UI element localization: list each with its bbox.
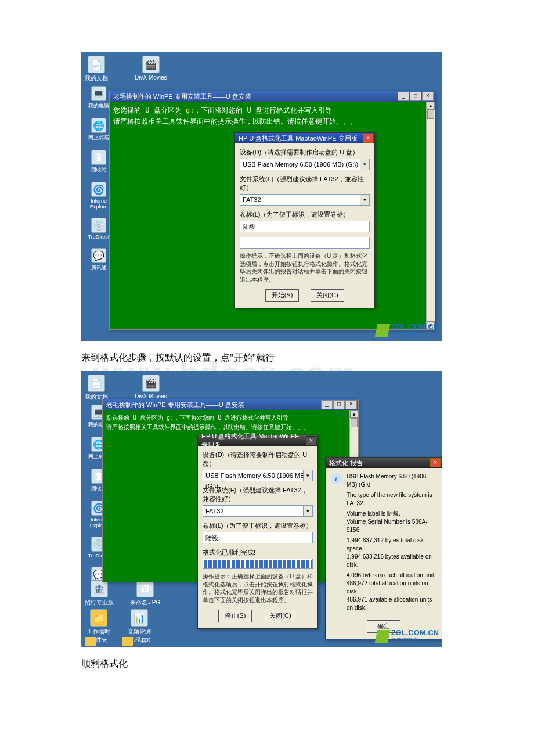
desktop-icon[interactable]: 🗑回收站 — [85, 150, 113, 174]
titlebar[interactable]: 格式化 报告 × — [326, 458, 442, 468]
volume-label-input[interactable]: 陆毅 — [203, 532, 313, 543]
minimize-button[interactable]: _ — [321, 400, 333, 409]
movies-icon: 🎬 — [142, 56, 160, 73]
operation-hint: 操作提示：正确选择上面的设备（U 盘）和格式化选项后，点击开始按钮执行格式化操作… — [240, 252, 370, 283]
scroll-up-icon[interactable]: ▲ — [427, 102, 435, 110]
close-button[interactable]: × — [345, 400, 357, 409]
info-icon: i — [330, 473, 342, 484]
window-title: 老毛桃制作的 WinPE 专用安装工具——U 盘安装 — [106, 401, 321, 409]
desktop-icon[interactable]: 🌐网上邻居 — [85, 118, 113, 142]
volume-label-label: 卷标(L)（为了便于标识，请设置卷标） — [203, 521, 313, 530]
watermark-zol: ZOL.COM.CN 中关村在线 — [376, 629, 439, 644]
volume-label-label: 卷标(L)（为了便于标识，请设置卷标） — [240, 210, 370, 219]
filesystem-value: FAT32 — [205, 507, 224, 514]
hp-format-dialog: HP U 盘格式化工具 MaotaoWinPE 专用版 × 设备(D)（请选择需… — [234, 132, 375, 308]
recyclebin-icon: 🗑 — [91, 150, 106, 165]
watermark-zol: ZOL.COM.CN 中关村在线 — [376, 323, 439, 338]
ppt-icon: 📊 — [131, 609, 148, 627]
close-button[interactable]: × — [306, 436, 316, 445]
filesystem-combobox[interactable]: FAT32 ▾ — [203, 505, 313, 517]
watermark-domain: ZOL.COM.CN — [391, 629, 439, 636]
screenshot-2: 📄 我的文档 🎬 DivX Movies 💻我的电脑 🌐网上邻居 🗑回收站 🌀I… — [81, 371, 442, 647]
start-button[interactable]: 开始(S) — [265, 289, 299, 302]
progress-bar — [203, 559, 313, 569]
filesystem-value: FAT32 — [243, 196, 261, 203]
window-title: 老毛桃制作的 WinPE 专用安装工具——U 盘安装 — [113, 92, 398, 101]
desktop-icon[interactable]: 📄 我的文档 — [85, 56, 108, 82]
movies-icon: 🎬 — [142, 375, 160, 392]
operation-hint: 操作提示：正确选择上面的设备（U 盘）和格式化选项后，点击开始按钮执行格式化操作… — [203, 573, 313, 604]
desktop-icon[interactable]: 🌀Interne Explore — [85, 182, 113, 210]
filesystem-label: 文件系统(F)（强烈建议选择 FAT32，兼容性好） — [203, 486, 313, 503]
desktop-icon-label: TruDirect — [88, 234, 110, 240]
body-text: 顺利格式化 — [81, 658, 534, 670]
dialog-title: HP U 盘格式化工具 MaotaoWinPE 专用版 — [239, 134, 363, 143]
desktop-icon-label: 腾讯通 — [91, 264, 107, 272]
scroll-thumb[interactable] — [351, 418, 358, 427]
hp-format-dialog: HP U 盘格式化工具 MaotaoWinPE 专用版 × 设备(D)（请选择需… — [197, 435, 318, 629]
console-output: 您选择的 U 盘分区为 g:，下面将对您的 U 盘进行格式化并写入引导 请严格按… — [106, 413, 355, 432]
image-icon: 🖼 — [136, 580, 154, 597]
im-icon: 💬 — [91, 248, 106, 263]
body-text: 来到格式化步骤，按默认的设置，点"开始"就行 — [81, 352, 534, 364]
maximize-button[interactable]: □ — [333, 400, 345, 409]
chevron-down-icon[interactable]: ▾ — [303, 470, 312, 481]
progress-label: 格式化已顺利完成! — [203, 548, 313, 557]
desktop-icon[interactable]: 🏦招行专业版 — [85, 580, 114, 607]
desktop-icon[interactable]: 📄 我的文档 — [85, 375, 108, 401]
app-icon: 🏦 — [91, 580, 108, 597]
volume-label-value: 陆毅 — [243, 223, 255, 230]
zol-logo-icon — [374, 324, 390, 337]
folder-icon[interactable] — [85, 637, 96, 646]
device-label: 设备(D)（请选择需要制作启动盘的 U 盘） — [240, 148, 370, 157]
folder-icon: 📁 — [90, 609, 107, 627]
format-report-dialog: 格式化 报告 × i USB Flash Memory 6.50 (1906 M… — [325, 457, 442, 639]
desktop-icon[interactable]: 🎬 DivX Movies — [135, 56, 167, 82]
minimize-button[interactable]: _ — [398, 92, 409, 101]
close-button[interactable]: × — [422, 92, 434, 101]
titlebar[interactable]: 老毛桃制作的 WinPE 专用安装工具——U 盘安装 _ □ × — [103, 399, 358, 410]
screenshot-1: 📄 我的文档 🎬 DivX Movies 💻我的电脑 🌐网上邻居 🗑回收站 🌀I… — [81, 52, 442, 341]
desktop-icon[interactable]: 💿TruDirect — [85, 218, 113, 240]
desktop-icon[interactable]: 💻我的电脑 — [85, 86, 113, 110]
close-button[interactable]: 关闭(C) — [264, 610, 297, 622]
dialog-title: HP U 盘格式化工具 MaotaoWinPE 专用版 — [201, 432, 306, 449]
dvd-icon: 💿 — [91, 218, 106, 233]
scroll-up-icon[interactable]: ▲ — [350, 410, 358, 418]
watermark-domain: ZOL.COM.CN — [391, 323, 439, 330]
titlebar[interactable]: HP U 盘格式化工具 MaotaoWinPE 专用版 × — [198, 435, 317, 446]
mycomputer-icon: 💻 — [91, 86, 106, 101]
chevron-down-icon[interactable]: ▾ — [360, 159, 369, 170]
filesystem-combobox[interactable]: FAT32 ▾ — [240, 194, 370, 206]
maximize-button[interactable]: □ — [410, 92, 421, 101]
chevron-down-icon[interactable]: ▾ — [303, 506, 312, 516]
desktop-icon[interactable]: 🎬 DivX Movies — [135, 375, 167, 401]
device-combobox[interactable]: USB Flash Memory 6.50 (1906 MB) (G:\) ▾ — [203, 470, 313, 481]
device-label: 设备(D)（请选择需要制作启动盘的 U 盘） — [203, 451, 313, 468]
desktop-icon-label: 招行专业版 — [85, 599, 114, 607]
status-field — [240, 237, 370, 249]
stop-button[interactable]: 停止(S) — [218, 610, 252, 622]
console-output: 您选择的 U 盘分区为 g:，下面将对您的 U 盘进行格式化并写入引导 请严格按… — [113, 105, 431, 127]
close-button[interactable]: 关闭(C) — [311, 289, 344, 302]
watermark-sub: 中关村在线 — [391, 636, 439, 644]
ie-icon: 🌀 — [91, 182, 106, 197]
scroll-thumb[interactable] — [427, 110, 434, 119]
report-text: USB Flash Memory 6.50 (1906 MB) (G:\) Th… — [347, 473, 437, 614]
chevron-down-icon[interactable]: ▾ — [360, 195, 369, 205]
zol-logo-icon — [374, 630, 390, 643]
device-combobox[interactable]: USB Flash Memory 6.50 (1906 MB) (G:\) ▾ — [240, 159, 370, 170]
desktop-icon-label: 回收站 — [91, 166, 107, 174]
desktop-icon-label: 我的电脑 — [88, 102, 109, 110]
desktop-icon[interactable]: 🖼未命名.JPG — [130, 580, 160, 607]
titlebar[interactable]: 老毛桃制作的 WinPE 专用安装工具——U 盘安装 _ □ × — [110, 91, 435, 102]
scrollbar[interactable]: ▲ ▼ — [426, 102, 435, 329]
titlebar[interactable]: HP U 盘格式化工具 MaotaoWinPE 专用版 × — [235, 133, 374, 143]
volume-label-input[interactable]: 陆毅 — [240, 221, 370, 232]
documents-icon: 📄 — [88, 375, 105, 392]
close-button[interactable]: × — [363, 134, 373, 143]
close-button[interactable]: × — [430, 458, 441, 467]
folder-icon[interactable] — [122, 637, 134, 646]
desktop-icon-label: 网上邻居 — [88, 134, 109, 142]
desktop-icon[interactable]: 💬腾讯通 — [85, 248, 113, 272]
